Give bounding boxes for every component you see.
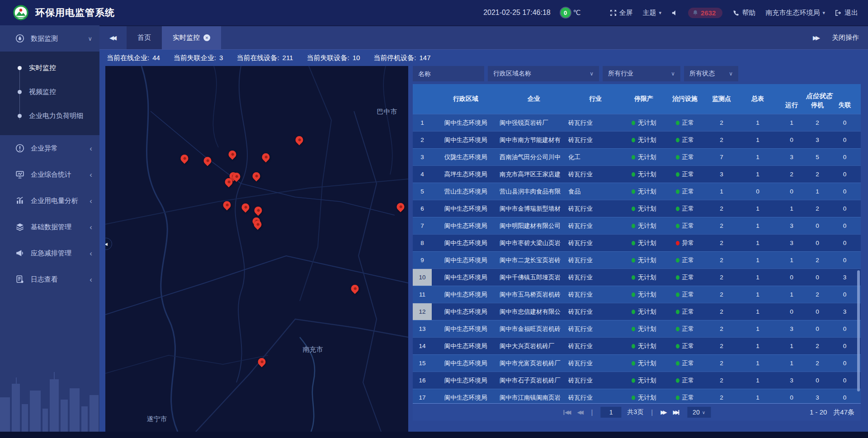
row-offline: 0 (829, 355, 861, 372)
notification-badge[interactable]: 2632 (688, 8, 722, 18)
first-page-button[interactable]: ◀◀ (563, 409, 571, 415)
table-row[interactable]: 15 阆中生态环境局 阆中市光富页岩机砖厂 砖瓦行业 无计划 正常 2 1 1 … (413, 354, 861, 372)
tab-realtime-monitoring[interactable]: 实时监控 ✕ (162, 26, 221, 49)
stat-item: 当前在线设备:211 (236, 54, 293, 62)
fullscreen-button[interactable]: 全屏 (610, 9, 633, 17)
table-row[interactable]: 14 阆中生态环境局 阆中大兴页岩机砖厂 砖瓦行业 无计划 正常 2 1 1 2… (413, 337, 861, 354)
col-company: 企业 (500, 84, 568, 114)
row-stopped: 3 (806, 132, 829, 148)
row-production-limit: 无计划 (623, 286, 665, 303)
table-row[interactable]: 3 仪陇生态环境局 西南油气田分公司川中 化工 无计划 正常 7 1 3 5 0 (413, 148, 861, 165)
stat-label: 当前在线设备: (236, 54, 279, 62)
row-treatment-facility: 正常 (665, 269, 705, 286)
status-dot (632, 292, 635, 297)
row-running: 1 (777, 252, 806, 268)
row-monitor-points: 2 (705, 235, 738, 251)
mute-button[interactable] (671, 9, 678, 16)
sidebar-item-realtime-monitoring[interactable]: 实时监控 (0, 56, 99, 80)
table-row[interactable]: 9 阆中生态环境局 阆中市二龙长宝页岩砖 砖瓦行业 无计划 正常 2 1 1 2… (413, 251, 861, 268)
name-filter-input[interactable] (413, 66, 484, 81)
status-filter-select[interactable]: 所有状态 ∨ (684, 66, 738, 81)
row-production-limit: 无计划 (623, 200, 665, 217)
close-operations-button[interactable]: 关闭操作 (832, 33, 859, 42)
col-treatment-facility: 治污设施 (665, 84, 705, 114)
industry-filter-select[interactable]: 所有行业 ∨ (603, 66, 680, 81)
sidebar-group-base-data[interactable]: 基础数据管理 ‹ (0, 214, 99, 240)
org-dropdown[interactable]: 南充市生态环境局 ▾ (765, 9, 825, 17)
help-button[interactable]: 帮助 (732, 9, 755, 17)
row-company: 阆中市石子页岩机砖厂 (500, 372, 568, 389)
table-pane: 行政区域名称 ∨ 所有行业 ∨ 所有状态 ∨ 行政区域 企业 行业 停限产 治污… (413, 66, 861, 438)
table-scrollbar[interactable] (857, 270, 860, 392)
stat-value: 147 (420, 54, 431, 62)
row-offline: 0 (829, 338, 861, 354)
tabs-scroll-left-button[interactable]: ◀◀ (99, 26, 127, 49)
row-stopped: 2 (806, 252, 829, 268)
status-dot (632, 310, 635, 314)
sidebar-group-company-abnormal[interactable]: 企业异常 ‹ (0, 135, 99, 161)
row-offline: 0 (829, 252, 861, 268)
next-page-button[interactable]: ▶▶ (660, 409, 667, 415)
table-row[interactable]: 17 阆中生态环境局 阆中市江南镇阆南页岩 砖瓦行业 无计划 正常 2 1 0 … (413, 389, 861, 403)
row-industry: 砖瓦行业 (568, 303, 623, 320)
row-offline: 0 (829, 320, 861, 337)
sidebar-item-video-monitoring[interactable]: 视频监控 (0, 80, 99, 104)
status-dot (632, 172, 635, 177)
stat-label: 当前停机设备: (373, 54, 416, 62)
chevron-left-icon: ‹ (90, 250, 92, 257)
theme-dropdown[interactable]: 主题 ▾ (643, 9, 662, 17)
logout-button[interactable]: 退出 (835, 9, 858, 17)
table-row[interactable]: 12 阆中生态环境局 阆中市忠信建材有限公 砖瓦行业 无计划 正常 2 1 0 … (413, 303, 861, 320)
datetime: 2021-02-25 17:46:18 (483, 9, 551, 17)
table-row[interactable]: 5 营山生态环境局 营山县润丰肉食品有限 食品 无计划 正常 1 0 0 1 0 (413, 183, 861, 200)
table-row[interactable]: 7 阆中生态环境局 阆中明阳建材有限公司 砖瓦行业 无计划 正常 2 1 3 0… (413, 217, 861, 234)
table-row[interactable]: 16 阆中生态环境局 阆中市石子页岩机砖厂 砖瓦行业 无计划 正常 2 1 3 … (413, 372, 861, 389)
table-row[interactable]: 4 高坪生态环境局 南充市高坪区王家店建 砖瓦行业 无计划 正常 3 1 2 2… (413, 165, 861, 183)
tab-home[interactable]: 首页 (127, 26, 162, 49)
table-row[interactable]: 11 阆中生态环境局 阆中市五马桥页岩机砖 砖瓦行业 无计划 正常 2 1 1 … (413, 286, 861, 303)
table-row[interactable]: 1 阆中生态环境局 阆中强锐页岩砖厂 砖瓦行业 无计划 正常 2 1 1 2 0 (413, 114, 861, 131)
page-size-select[interactable]: 20 ∨ (687, 407, 711, 418)
region-filter-select[interactable]: 行政区域名称 ∨ (488, 66, 599, 81)
chevron-down-icon: ▾ (659, 10, 662, 16)
row-region: 阆中生态环境局 (432, 303, 500, 320)
logout-icon (835, 9, 842, 16)
table-row[interactable]: 10 阆中生态环境局 阆中千佛镇五郎垭页岩 砖瓦行业 无计划 正常 2 1 0 … (413, 268, 861, 286)
row-production-limit: 无计划 (623, 320, 665, 337)
row-treatment-facility: 正常 (665, 372, 705, 389)
row-industry: 砖瓦行业 (568, 235, 623, 251)
sidebar-item-power-load-detail[interactable]: 企业电力负荷明细 (0, 104, 99, 128)
row-monitor-points: 2 (705, 338, 738, 354)
row-production-limit: 无计划 (623, 217, 665, 234)
row-running: 3 (777, 235, 806, 251)
table-row[interactable]: 8 阆中生态环境局 阆中市枣碧大梁山页岩 砖瓦行业 无计划 异常 2 1 3 0… (413, 234, 861, 251)
stat-value: 10 (353, 54, 360, 62)
chevron-down-icon: ∨ (88, 35, 92, 42)
row-running: 3 (777, 149, 806, 165)
tabs-scroll-right-button[interactable]: ▶▶ (813, 34, 820, 41)
map-panel[interactable]: 巴中市南充市遂宁市 ◀ (105, 66, 408, 432)
last-page-button[interactable]: ▶▶ (673, 409, 681, 415)
map-city-label: 巴中市 (377, 108, 397, 116)
sidebar-group-data-monitoring[interactable]: 数据监测 ∨ (0, 25, 99, 52)
tab-close-icon[interactable]: ✕ (203, 34, 210, 41)
table-row[interactable]: 6 阆中生态环境局 阆中市金博瑞新型墙材 砖瓦行业 无计划 正常 2 1 1 2… (413, 200, 861, 217)
chevron-left-icon: ‹ (90, 223, 92, 231)
row-running: 3 (777, 372, 806, 389)
row-treatment-facility: 正常 (665, 217, 705, 234)
table-row[interactable]: 13 阆中生态环境局 阆中市金福旺页岩机砖 砖瓦行业 无计划 正常 2 1 3 … (413, 320, 861, 337)
table-row[interactable]: 2 阆中生态环境局 阆中市南方节能建材有 砖瓦行业 无计划 正常 2 1 0 3… (413, 131, 861, 148)
row-company: 阆中市金博瑞新型墙材 (500, 200, 568, 217)
page-input[interactable]: 1 (601, 407, 622, 418)
sidebar-group-emergency-reduction[interactable]: 应急减排管理 ‹ (0, 240, 99, 266)
sidebar-group-company-statistics[interactable]: 企业综合统计 ‹ (0, 161, 99, 188)
prev-page-button[interactable]: ◀◀ (577, 409, 583, 415)
row-industry: 砖瓦行业 (568, 132, 623, 148)
sidebar-group-log-view[interactable]: 日志查看 ‹ (0, 266, 99, 292)
row-offline: 0 (829, 149, 861, 165)
temperature: 0 ℃ (561, 8, 581, 18)
row-company: 阆中大兴页岩机砖厂 (500, 338, 568, 354)
row-running: 1 (777, 286, 806, 303)
sidebar-group-power-analysis[interactable]: 企业用电量分析 ‹ (0, 188, 99, 214)
row-stopped: 2 (806, 200, 829, 217)
